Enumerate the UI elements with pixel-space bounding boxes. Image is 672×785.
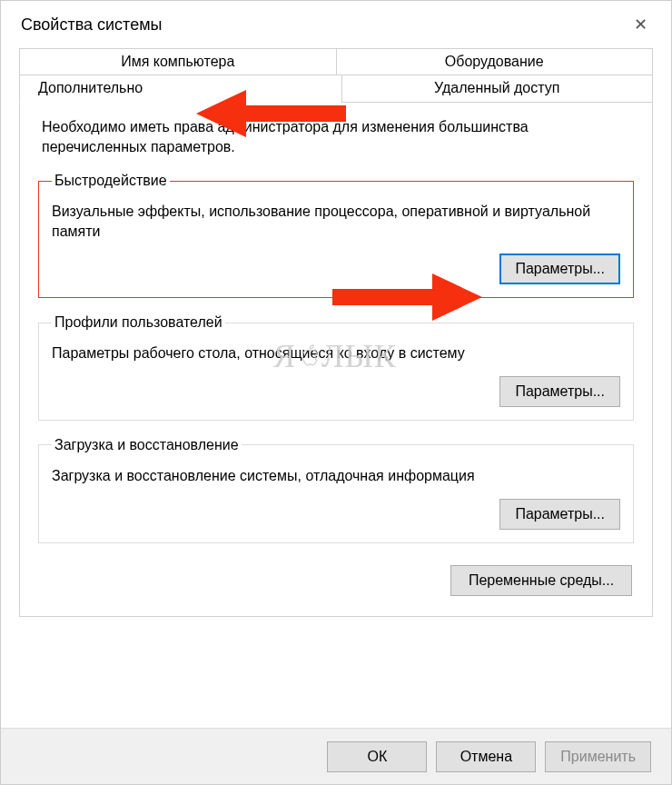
- desc-startup: Загрузка и восстановление системы, отлад…: [52, 466, 620, 486]
- group-performance: Быстродействие Визуальные эффекты, испол…: [38, 173, 634, 298]
- dialog-body: Имя компьютера Оборудование Дополнительн…: [1, 48, 671, 617]
- tabs-row-2: Дополнительно Удаленный доступ: [19, 75, 653, 103]
- apply-button[interactable]: Применить: [545, 741, 651, 772]
- button-row-profiles: Параметры...: [52, 376, 620, 407]
- dialog-footer: ОК Отмена Применить: [1, 728, 671, 784]
- environment-variables-button[interactable]: Переменные среды...: [450, 565, 632, 596]
- tab-hardware[interactable]: Оборудование: [336, 48, 654, 75]
- ok-button[interactable]: ОК: [327, 741, 427, 772]
- legend-startup: Загрузка и восстановление: [52, 437, 242, 453]
- legend-profiles: Профили пользователей: [52, 314, 225, 331]
- group-startup: Загрузка и восстановление Загрузка и вос…: [38, 437, 634, 543]
- group-profiles: Профили пользователей Параметры рабочего…: [38, 314, 634, 421]
- close-icon[interactable]: ✕: [625, 11, 657, 38]
- legend-performance: Быстродействие: [52, 173, 170, 189]
- performance-settings-button[interactable]: Параметры...: [499, 253, 620, 284]
- button-row-startup: Параметры...: [52, 499, 620, 530]
- startup-settings-button[interactable]: Параметры...: [499, 499, 620, 530]
- cancel-button[interactable]: Отмена: [436, 741, 536, 772]
- tab-computer-name[interactable]: Имя компьютера: [19, 48, 336, 75]
- profiles-settings-button[interactable]: Параметры...: [499, 376, 620, 407]
- intro-text: Необходимо иметь права администратора дл…: [38, 117, 634, 156]
- tabs-row-1: Имя компьютера Оборудование: [19, 48, 653, 75]
- tab-remote[interactable]: Удаленный доступ: [341, 75, 654, 103]
- desc-profiles: Параметры рабочего стола, относящиеся ко…: [52, 343, 620, 363]
- titlebar: Свойства системы ✕: [1, 1, 671, 48]
- button-row-performance: Параметры...: [52, 253, 620, 284]
- window-title: Свойства системы: [21, 15, 162, 35]
- env-row: Переменные среды...: [38, 560, 634, 596]
- tab-advanced[interactable]: Дополнительно: [19, 75, 341, 103]
- tab-content-advanced: Необходимо иметь права администратора дл…: [19, 103, 653, 617]
- desc-performance: Визуальные эффекты, использование процес…: [52, 202, 620, 241]
